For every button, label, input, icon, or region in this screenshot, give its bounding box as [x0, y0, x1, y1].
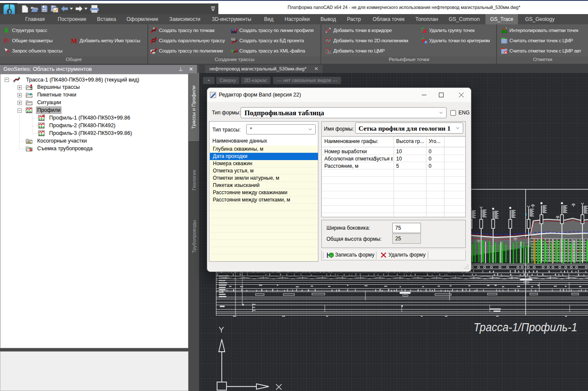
- svg-text:a: a: [505, 51, 507, 54]
- svg-text:Трасса-1/Профиль-1: Трасса-1/Профиль-1: [473, 321, 577, 334]
